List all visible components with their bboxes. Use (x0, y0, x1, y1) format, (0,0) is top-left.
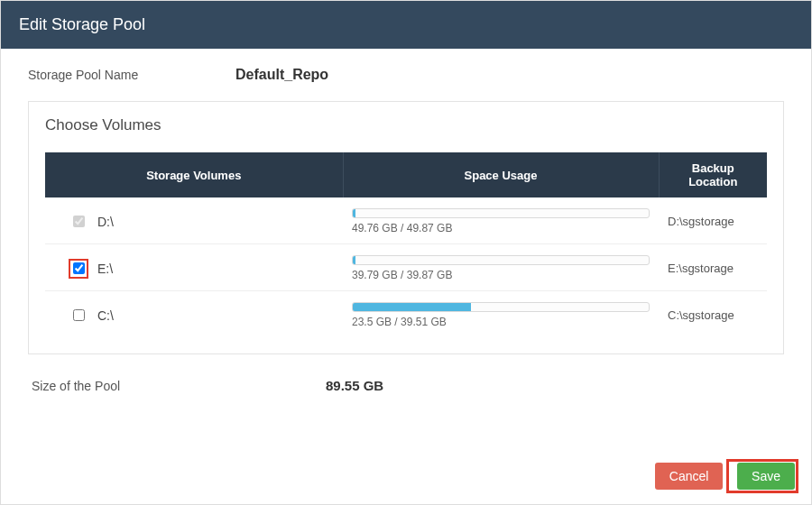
volume-checkbox[interactable] (73, 262, 85, 274)
dialog-title: Edit Storage Pool (1, 1, 811, 49)
volume-row: D:\49.76 GB / 49.87 GBD:\sgstorage (45, 197, 767, 244)
dialog-body: Storage Pool Name Default_Repo Choose Vo… (1, 49, 811, 450)
volume-name: C:\ (97, 308, 114, 323)
volumes-table: Storage Volumes Space Usage Backup Locat… (45, 152, 767, 337)
col-backup-location: Backup Location (659, 152, 767, 197)
volume-checkbox[interactable] (73, 309, 85, 321)
volume-name: D:\ (97, 215, 114, 229)
col-storage-volumes: Storage Volumes (45, 152, 343, 197)
save-button[interactable]: Save (737, 463, 795, 490)
dialog-footer: Cancel Save (1, 450, 811, 504)
backup-location: C:\sgstorage (659, 291, 767, 338)
cancel-button[interactable]: Cancel (655, 463, 724, 490)
space-usage-bar (352, 255, 650, 265)
space-usage-bar (352, 208, 650, 218)
space-usage-bar (352, 302, 650, 312)
pool-size-label: Size of the Pool (28, 379, 326, 393)
pool-name-label: Storage Pool Name (28, 68, 235, 82)
space-usage-text: 39.79 GB / 39.87 GB (352, 269, 650, 281)
volume-name: E:\ (97, 262, 113, 276)
col-space-usage: Space Usage (343, 152, 659, 197)
choose-volumes-title: Choose Volumes (45, 113, 767, 152)
volume-row: C:\23.5 GB / 39.51 GBC:\sgstorage (45, 291, 767, 338)
pool-size-value: 89.55 GB (326, 378, 383, 393)
backup-location: D:\sgstorage (659, 197, 767, 244)
volume-row: E:\39.79 GB / 39.87 GBE:\sgstorage (45, 244, 767, 291)
space-usage-text: 49.76 GB / 49.87 GB (352, 222, 650, 234)
backup-location: E:\sgstorage (659, 244, 767, 291)
space-usage-text: 23.5 GB / 39.51 GB (352, 316, 650, 328)
edit-storage-pool-dialog: Edit Storage Pool Storage Pool Name Defa… (0, 0, 812, 505)
pool-name-value: Default_Repo (235, 67, 328, 83)
choose-volumes-panel: Choose Volumes Storage Volumes Space Usa… (28, 101, 784, 354)
volume-checkbox (73, 216, 85, 227)
